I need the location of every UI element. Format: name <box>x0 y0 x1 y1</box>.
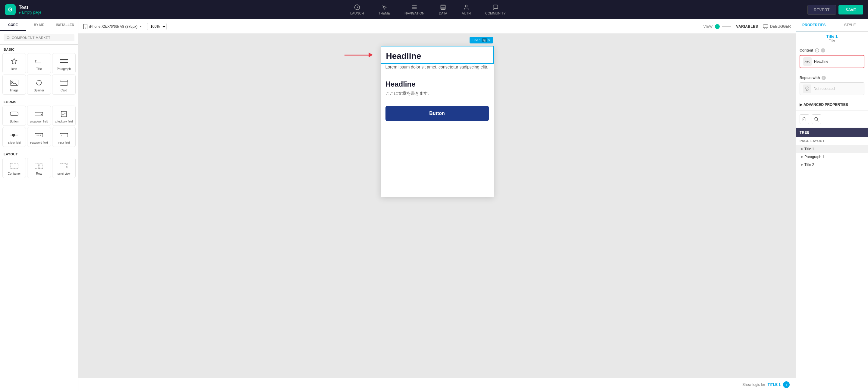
component-button[interactable]: Button <box>2 106 26 126</box>
tree-item-paragraph1[interactable]: Paragraph 1 <box>796 153 868 161</box>
title-label: Title <box>36 67 42 71</box>
tab-by-me[interactable]: BY ME <box>26 19 52 31</box>
component-checkbox[interactable]: Checkbox field <box>52 106 76 126</box>
component-input[interactable]: Input field <box>52 127 76 147</box>
device-label: iPhone XS/X/6/6S/7/8 (375px) <box>89 24 137 29</box>
headline-title: Headline <box>381 47 493 63</box>
tab-installed[interactable]: INSTALLED <box>52 19 78 31</box>
nav-auth[interactable]: AUTH <box>461 2 472 18</box>
component-scrollview[interactable]: Scroll view <box>52 158 76 178</box>
nav-data[interactable]: DATA <box>438 2 448 18</box>
arrow-line <box>344 55 369 56</box>
repeat-value-text: Not repeated <box>814 87 835 91</box>
search-input[interactable] <box>12 36 71 39</box>
content-info-icon[interactable]: i <box>821 48 825 53</box>
search-wrap[interactable] <box>4 34 74 41</box>
basic-components: Icon T Title Paragraph <box>0 53 78 97</box>
component-image[interactable]: Image <box>2 75 26 95</box>
logo-icon[interactable]: G <box>5 4 16 15</box>
phone-container: Headline Title 1 ⎘ ✕ <box>381 46 494 197</box>
tree-item-title2[interactable]: Title 2 <box>796 161 868 169</box>
delete-button[interactable] <box>800 114 809 124</box>
debugger-label: DEBUGGER <box>770 24 791 29</box>
revert-button[interactable]: REVERT <box>807 5 836 15</box>
svg-rect-33 <box>35 163 38 169</box>
advanced-section: ▶ ADVANCED PROPERTIES <box>796 99 868 111</box>
nav-theme[interactable]: THEME <box>377 2 391 18</box>
canvas-toolbar: iPhone XS/X/6/6S/7/8 (375px) 100% 75% 50… <box>79 19 796 34</box>
input-icon <box>59 131 69 139</box>
toggle-line <box>722 26 731 27</box>
component-password[interactable]: Password field <box>27 127 51 147</box>
row-label: Row <box>36 172 42 175</box>
debugger-button[interactable]: DEBUGGER <box>763 24 791 29</box>
badge-close-button[interactable]: ✕ <box>488 38 491 42</box>
component-card[interactable]: Card <box>52 75 76 95</box>
svg-rect-19 <box>60 80 68 85</box>
tree-item-title1[interactable]: Title 1 <box>796 145 868 153</box>
svg-rect-22 <box>35 112 43 116</box>
card-icon <box>59 79 69 87</box>
svg-point-45 <box>818 50 818 51</box>
component-container[interactable]: Container <box>2 158 26 178</box>
component-spinner[interactable]: Spinner <box>27 75 51 95</box>
component-paragraph[interactable]: Paragraph <box>52 53 76 73</box>
button-label: Button <box>10 120 19 123</box>
repeat-info-icon[interactable]: i <box>822 76 826 80</box>
abc-icon: ABC <box>803 57 812 66</box>
device-selector[interactable]: iPhone XS/X/6/6S/7/8 (375px) <box>83 24 142 29</box>
tab-core[interactable]: CORE <box>0 19 26 31</box>
view-label: VIEW <box>704 24 713 29</box>
content-value-button[interactable]: ABC Headline <box>800 55 864 68</box>
show-logic-text: Show logic for <box>742 383 765 387</box>
icon-icon <box>9 57 20 65</box>
tab-properties[interactable]: PROPERTIES <box>796 19 832 31</box>
section-forms-label: FORMS <box>0 97 78 106</box>
nav-community[interactable]: COMMUNITY <box>484 2 507 18</box>
logo-area: G Test Empty page <box>5 4 41 15</box>
logic-up-button[interactable]: ↑ <box>783 381 789 388</box>
toggle-dot[interactable] <box>715 24 720 29</box>
right-tabs: PROPERTIES STYLE <box>796 19 868 32</box>
topbar: G Test Empty page LAUNCH THEME NAVIGATIO… <box>0 0 868 19</box>
content-settings-icon[interactable] <box>815 48 819 53</box>
debugger-icon <box>763 24 768 29</box>
paragraph-icon <box>59 57 69 65</box>
headline-2: Headline <box>381 75 494 91</box>
scrollview-label: Scroll view <box>57 172 70 175</box>
nav-launch[interactable]: LAUNCH <box>349 2 365 18</box>
tab-style[interactable]: STYLE <box>832 19 868 31</box>
variables-label[interactable]: VARIABLES <box>736 24 758 29</box>
right-panel: PROPERTIES STYLE Title 1 Title Content i… <box>796 19 868 391</box>
svg-rect-21 <box>10 112 18 116</box>
checkbox-label: Checkbox field <box>55 120 73 123</box>
search-button[interactable] <box>812 114 821 124</box>
logic-title[interactable]: TITLE 1 <box>768 383 781 387</box>
component-dropdown[interactable]: Dropdown field <box>27 106 51 126</box>
row-icon <box>33 162 44 170</box>
svg-line-8 <box>9 38 10 39</box>
canvas-area: iPhone XS/X/6/6S/7/8 (375px) 100% 75% 50… <box>79 19 796 391</box>
app-subtitle[interactable]: Empty page <box>19 10 41 15</box>
selected-element[interactable]: Headline Title 1 ⎘ ✕ <box>381 46 494 64</box>
canvas-button[interactable]: Button <box>385 106 489 121</box>
advanced-label[interactable]: ▶ ADVANCED PROPERTIES <box>800 103 864 107</box>
section-basic-label: BASIC <box>0 45 78 53</box>
badge-copy-button[interactable]: ⎘ <box>482 38 487 42</box>
repeat-value-button[interactable]: Not repeated <box>800 82 864 95</box>
svg-point-25 <box>12 134 15 137</box>
tree-dot-paragraph1 <box>801 156 803 158</box>
nav-navigation[interactable]: NAVIGATION <box>403 2 426 18</box>
selection-badge: Title 1 ⎘ ✕ <box>470 37 493 44</box>
headline-container[interactable]: Headline Title 1 ⎘ ✕ <box>381 46 494 64</box>
save-button[interactable]: SAVE <box>838 5 863 15</box>
svg-rect-35 <box>60 164 68 169</box>
component-row[interactable]: Row <box>27 158 51 178</box>
component-slider[interactable]: Slider field <box>2 127 26 147</box>
image-icon <box>9 79 20 87</box>
password-icon <box>33 131 44 139</box>
repeat-label: Repeat with i <box>800 76 864 80</box>
zoom-select[interactable]: 100% 75% 50% 150% <box>147 23 167 30</box>
component-title[interactable]: T Title <box>27 53 51 73</box>
component-icon[interactable]: Icon <box>2 53 26 73</box>
